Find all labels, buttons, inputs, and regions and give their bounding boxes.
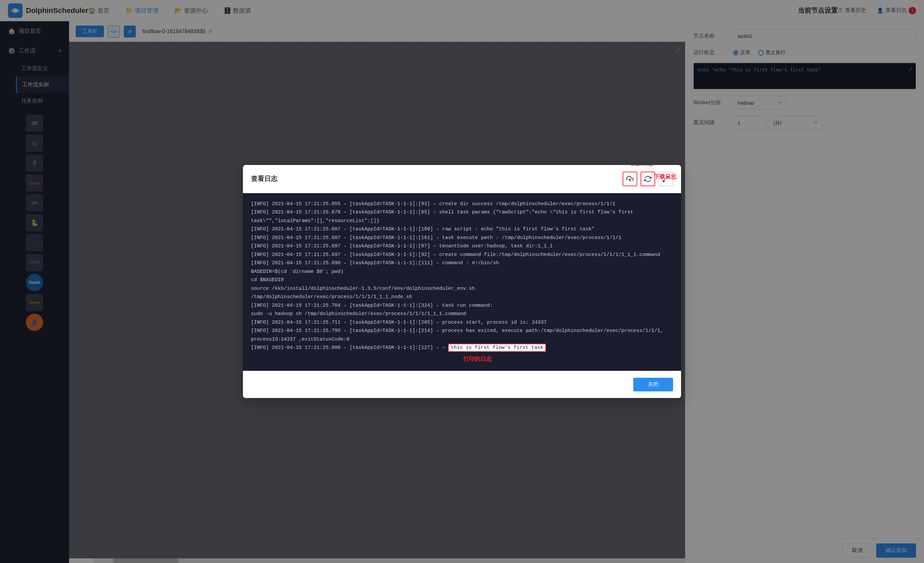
log-highlight-text: this is first flow's first task <box>448 344 546 352</box>
log-line-14: [INFO] 2021-04-15 17:21:25.795 – [taskAp… <box>251 327 673 344</box>
log-line-12: sudo -u hadoop sh /tmp/dolphinscheduler/… <box>251 310 673 318</box>
log-line-15: [INFO] 2021-04-15 17:21:25.800 – [taskAp… <box>251 344 673 352</box>
log-dialog: 查看日志 刷新日志 下载日志 <box>243 165 681 398</box>
log-dialog-title: 查看日志 <box>251 174 278 183</box>
log-line-4: [INFO] 2021-04-15 17:21:25.697 – [taskAp… <box>251 242 673 251</box>
log-line-1: [INFO] 2021-04-15 17:21:25.678 – [taskAp… <box>251 208 673 225</box>
log-body[interactable]: [INFO] 2021-04-15 17:21:25.055 – [taskAp… <box>243 193 681 371</box>
log-line-9: source /kkb/install/dolphinscheduler-1.3… <box>251 284 673 293</box>
annotation-download: 下载日志 <box>654 173 676 180</box>
log-line-8: cd $BASEDIR <box>251 276 673 284</box>
refresh-log-btn[interactable] <box>622 172 637 186</box>
annotation-refresh: 刷新日志 <box>631 165 653 167</box>
log-actions-area: 刷新日志 下载日志 <box>622 172 673 186</box>
log-line-5: [INFO] 2021-04-15 17:21:25.697 – [taskAp… <box>251 251 673 259</box>
download-log-btn[interactable] <box>640 172 655 186</box>
annotation-print: 打印的日志 <box>464 356 492 362</box>
log-line-6: [INFO] 2021-04-15 17:21:25.698 – [taskAp… <box>251 259 673 267</box>
log-dialog-footer: 关闭 <box>243 371 681 398</box>
modal-overlay: 查看日志 刷新日志 下载日志 <box>0 0 924 563</box>
close-log-btn[interactable]: 关闭 <box>633 378 673 391</box>
print-annotation-area: 打印的日志 <box>251 355 673 365</box>
reload-icon <box>644 175 651 183</box>
upload-icon <box>626 175 634 183</box>
log-line-11: [INFO] 2021-04-15 17:21:25.704 – [taskAp… <box>251 302 673 310</box>
log-dialog-header: 查看日志 刷新日志 下载日志 <box>243 165 681 193</box>
log-line-0: [INFO] 2021-04-15 17:21:25.055 – [taskAp… <box>251 200 673 209</box>
log-line-2: [INFO] 2021-04-15 17:21:25.687 – [taskAp… <box>251 225 673 234</box>
log-line-13: [INFO] 2021-04-15 17:21:25.711 – [taskAp… <box>251 318 673 327</box>
log-line-7: BASEDIR=$(cd `dirname $0`; pwd) <box>251 267 673 276</box>
log-line-10: /tmp/dolphinscheduler/exec/process/1/1/1… <box>251 293 673 302</box>
log-line-3: [INFO] 2021-04-15 17:21:25.687 – [taskAp… <box>251 234 673 242</box>
